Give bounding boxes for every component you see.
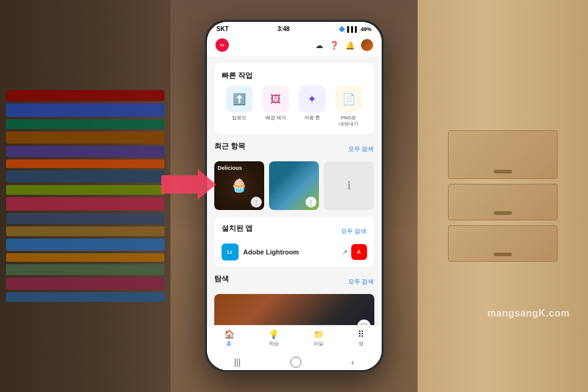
explore-thumbnail[interactable]: 💬 (214, 294, 374, 325)
installed-title: 설치된 앱 (222, 223, 253, 234)
auto-tone-icon-box: ✦ (299, 86, 326, 113)
user-avatar[interactable] (361, 39, 373, 51)
time: 3:48 (278, 26, 290, 32)
carrier-time: SKT (217, 26, 229, 32)
lightroom-icon: Lr (222, 243, 239, 261)
upload-icon-box: ⬆️ (226, 86, 253, 113)
installed-see-all[interactable]: 모두 검색 (341, 227, 367, 236)
app-content[interactable]: 빠른 작업 ⬆️ 업로드 🖼 배경 제거 ✦ 자동 톤 (207, 57, 382, 325)
bg-remove-label: 배경 제거 (265, 115, 286, 121)
quick-actions-title: 빠른 작업 (222, 71, 367, 81)
bookshelf-left (0, 0, 170, 392)
signal-icon: ▌▌▌ (347, 26, 359, 32)
nav-files[interactable]: 📁 파일 (313, 329, 324, 347)
quick-auto-tone[interactable]: ✦ 자동 톤 (296, 86, 328, 127)
recent-title: 최근 항목 (214, 141, 245, 152)
drawer-middle (448, 184, 558, 220)
watermark: mangsangK.com (488, 308, 570, 319)
photo-menu[interactable]: ⋮ (306, 197, 317, 208)
recent-item-photo[interactable]: ⋮ (269, 161, 319, 210)
apps-icon: ⠿ (358, 329, 364, 339)
status-icons: 🔷 ▌▌▌ 49% (338, 26, 371, 32)
drawer-bottom (448, 225, 558, 262)
lightroom-name: Adobe Lightroom (243, 248, 299, 256)
pointer-arrow (161, 169, 216, 200)
quick-actions-grid: ⬆️ 업로드 🖼 배경 제거 ✦ 자동 톤 📄 (222, 86, 367, 127)
explore-section: 탐색 모두 검색 💬 (214, 274, 374, 325)
back-gesture[interactable]: ‹ (351, 357, 354, 367)
chat-bubble-icon[interactable]: 💬 (357, 320, 371, 325)
recent-see-all[interactable]: 모두 검색 (348, 145, 374, 153)
app-header: Cc ☁ ❓ 🔔 (207, 35, 382, 57)
phone: SKT 3:48 🔷 ▌▌▌ 49% Cc ☁ ❓ 🔔 (205, 19, 384, 373)
delicious-menu[interactable]: ⋮ (251, 197, 262, 208)
lightroom-row[interactable]: Lr Adobe Lightroom ↗ A (222, 243, 367, 261)
bg-remove-icon-box: 🖼 (262, 86, 289, 113)
recent-apps-gesture[interactable]: ||| (234, 357, 240, 367)
installed-apps-section: 설치된 앱 모두 검색 Lr Adobe Lightroom ↗ A (214, 217, 374, 267)
png-export-label: PNG로내보내기 (339, 115, 359, 127)
nav-learn[interactable]: 💡 학습 (268, 329, 279, 347)
quick-actions-section: 빠른 작업 ⬆️ 업로드 🖼 배경 제거 ✦ 자동 톤 (214, 63, 374, 134)
apps-label: 앱 (359, 340, 363, 347)
header-icons: ☁ ❓ 🔔 (315, 39, 373, 51)
recent-header: 최근 항목 모두 검색 (214, 141, 374, 156)
svg-marker-0 (161, 169, 216, 200)
help-icon[interactable]: ❓ (329, 41, 339, 50)
svg-text:Cc: Cc (220, 43, 224, 47)
recent-item-delicious[interactable]: 🧁 Delicious ⋮ (214, 161, 264, 210)
acrobat-icon[interactable]: A (351, 244, 367, 260)
bell-icon[interactable]: 🔔 (345, 41, 355, 50)
muffin-icon: 🧁 (231, 178, 247, 194)
recent-section: 최근 항목 모두 검색 🧁 Delicious ⋮ (214, 141, 374, 210)
adobe-logo[interactable]: Cc (215, 38, 229, 52)
nav-apps[interactable]: ⠿ 앱 (358, 329, 364, 347)
quick-upload[interactable]: ⬆️ 업로드 (223, 86, 255, 127)
cloud-icon[interactable]: ☁ (315, 41, 323, 50)
recent-grid: 🧁 Delicious ⋮ ⋮ ℹ (214, 161, 374, 210)
drawer-unit (418, 0, 588, 392)
lock-icon: ℹ (347, 179, 351, 192)
status-bar: SKT 3:48 🔷 ▌▌▌ 49% (207, 22, 382, 35)
explore-header: 탐색 모두 검색 (214, 274, 374, 289)
external-link-icon[interactable]: ↗ (342, 248, 348, 256)
auto-tone-label: 자동 톤 (304, 115, 320, 121)
bottom-nav: 🏠 홈 💡 학습 📁 파일 ⠿ 앱 (207, 325, 382, 354)
nav-home[interactable]: 🏠 홈 (224, 329, 234, 347)
home-label: 홈 (226, 340, 231, 347)
bluetooth-icon: 🔷 (338, 26, 345, 32)
lightroom-left: Lr Adobe Lightroom (222, 243, 299, 261)
home-icon: 🏠 (224, 329, 234, 339)
home-button[interactable] (290, 357, 301, 368)
files-label: 파일 (313, 340, 323, 347)
png-export-icon-box: 📄 (335, 86, 362, 113)
learn-label: 학습 (269, 340, 279, 347)
learn-icon: 💡 (268, 329, 279, 339)
quick-bg-remove[interactable]: 🖼 배경 제거 (260, 86, 292, 127)
upload-label: 업로드 (232, 115, 247, 121)
explore-title: 탐색 (214, 274, 229, 284)
home-bar: ||| ‹ (207, 354, 382, 370)
phone-screen: SKT 3:48 🔷 ▌▌▌ 49% Cc ☁ ❓ 🔔 (207, 22, 382, 370)
recent-item-locked[interactable]: ℹ (324, 161, 374, 210)
quick-png-export[interactable]: 📄 PNG로내보내기 (333, 86, 365, 127)
phone-wrapper: SKT 3:48 🔷 ▌▌▌ 49% Cc ☁ ❓ 🔔 (205, 19, 384, 373)
lightroom-right: ↗ A (342, 244, 367, 260)
delicious-label: Delicious (218, 165, 242, 171)
installed-header: 설치된 앱 모두 검색 (222, 223, 367, 239)
files-icon: 📁 (313, 329, 324, 339)
drawer-top (448, 130, 558, 179)
explore-see-all[interactable]: 모두 검색 (348, 278, 374, 286)
battery: 49% (360, 26, 371, 32)
